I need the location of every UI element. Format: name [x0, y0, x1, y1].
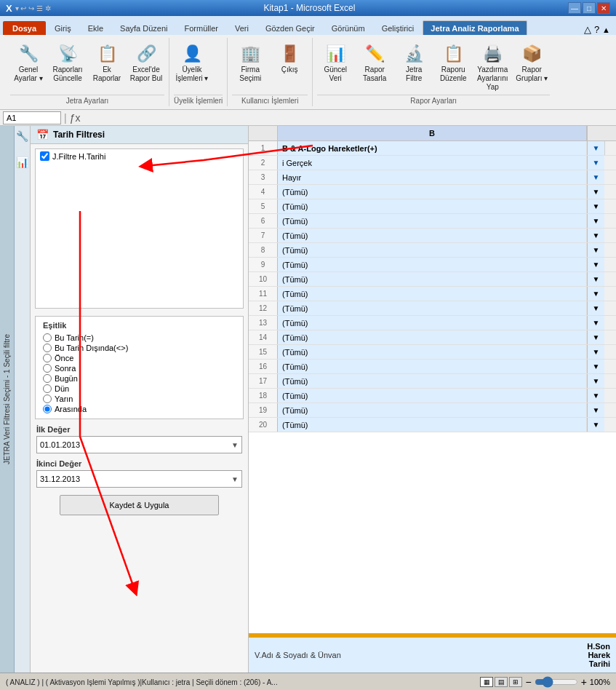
cell-b6[interactable]: (Tümü): [278, 214, 587, 228]
radio-bugun-input[interactable]: [43, 374, 52, 383]
filter-btn-3[interactable]: ▼: [587, 170, 604, 184]
cell-b5[interactable]: (Tümü): [278, 199, 587, 213]
filter-btn-8[interactable]: ▼: [587, 243, 604, 257]
uyelik-islemleri-button[interactable]: 👤 Üyelikİşlemleri ▾: [174, 41, 210, 84]
second-value-input[interactable]: 31.12.2013 ▼: [36, 470, 242, 488]
radio-yarin-input[interactable]: [43, 394, 52, 403]
cell-b11[interactable]: (Tümü): [278, 287, 587, 301]
filter-btn-9[interactable]: ▼: [587, 258, 604, 271]
radio-arasinda[interactable]: Arasında: [43, 404, 236, 414]
tab-gozden-gecir[interactable]: Gözden Geçir: [257, 21, 323, 35]
cell-b7[interactable]: (Tümü): [278, 229, 587, 242]
formula-fx-icon[interactable]: ƒx: [70, 112, 81, 124]
zoom-slider[interactable]: [535, 678, 578, 686]
cell-b10[interactable]: (Tümü): [278, 272, 587, 286]
filter-btn-5[interactable]: ▼: [587, 199, 604, 213]
filter-btn-11[interactable]: ▼: [587, 287, 604, 301]
page-break-icon[interactable]: ⊞: [509, 677, 522, 687]
tab-veri[interactable]: Veri: [227, 21, 257, 35]
close-button[interactable]: ✕: [597, 2, 610, 14]
cell-b12[interactable]: (Tümü): [278, 301, 587, 315]
radio-yarin[interactable]: Yarın: [43, 394, 236, 404]
radio-bu-tarih[interactable]: Bu Tarih(=): [43, 333, 236, 343]
cell-b17[interactable]: (Tümü): [278, 374, 587, 388]
radio-sonra[interactable]: Sonra: [43, 363, 236, 373]
first-value-dropdown-icon[interactable]: ▼: [231, 441, 239, 449]
cell-b3[interactable]: Hayır: [278, 170, 587, 184]
cell-b16[interactable]: (Tümü): [278, 360, 587, 373]
name-box[interactable]: A1: [3, 111, 61, 124]
cikis-button[interactable]: 🚪 Çıkış: [271, 41, 308, 76]
second-value-dropdown-icon[interactable]: ▼: [231, 475, 239, 483]
radio-bugun[interactable]: Bugün: [43, 373, 236, 384]
side-icon-2[interactable]: 📊: [16, 156, 28, 168]
tab-ekle[interactable]: Ekle: [80, 21, 111, 35]
normal-view-icon[interactable]: ▦: [480, 677, 493, 687]
filter-btn-17[interactable]: ▼: [587, 374, 604, 388]
tab-gelistirici[interactable]: Geliştirici: [374, 21, 423, 35]
radio-bu-tarih-disinda-input[interactable]: [43, 344, 52, 352]
cell-b1[interactable]: B & A-Logo Hareketler(+): [278, 141, 587, 155]
cell-b15[interactable]: (Tümü): [278, 345, 587, 359]
cell-b9[interactable]: (Tümü): [278, 258, 587, 271]
help-icon[interactable]: △: [584, 24, 591, 35]
save-apply-button[interactable]: Kaydet & Uygula: [60, 495, 219, 515]
minimize-button[interactable]: —: [568, 2, 581, 14]
cell-b8[interactable]: (Tümü): [278, 243, 587, 257]
radio-dun-input[interactable]: [43, 384, 52, 393]
filter-btn-10[interactable]: ▼: [587, 272, 604, 286]
raporu-duzenle-button[interactable]: 📋 RaporuDüzenle: [435, 41, 471, 84]
filter-btn-12[interactable]: ▼: [587, 301, 604, 315]
cell-b2[interactable]: i Gerçek: [278, 156, 587, 170]
filter-btn-18[interactable]: ▼: [587, 389, 604, 402]
maximize-button[interactable]: □: [583, 2, 596, 14]
rapor-tasarla-button[interactable]: ✏️ RaporTasarla: [356, 41, 393, 84]
radio-dun[interactable]: Dün: [43, 384, 236, 394]
cell-b4[interactable]: (Tümü): [278, 185, 587, 199]
filter-btn-13[interactable]: ▼: [587, 316, 604, 330]
tab-sayfa-duzeni[interactable]: Sayfa Düzeni: [112, 21, 175, 35]
tab-gorunum[interactable]: Görünüm: [324, 21, 373, 35]
minimize-ribbon-icon[interactable]: ▲: [602, 25, 610, 34]
excelde-rapor-bul-button[interactable]: 🔗 Excel'deRapor Bul: [128, 41, 164, 84]
zoom-plus-btn[interactable]: +: [581, 676, 587, 688]
filter-btn-1[interactable]: ▼: [587, 141, 604, 155]
ek-raporlar-button[interactable]: 📋 EkRaporlar: [89, 41, 125, 84]
side-icon-1[interactable]: 🔧: [16, 130, 28, 142]
tab-jetra[interactable]: Jetra Analiz Raporlama: [423, 20, 527, 35]
yazdirma-ayarlari-button[interactable]: 🖨️ YazdırmaAyarlarını Yap: [474, 41, 511, 93]
tab-dosya[interactable]: Dosya: [3, 21, 46, 35]
first-value-input[interactable]: 01.01.2013 ▼: [36, 436, 242, 453]
jetra-filtre-button[interactable]: 🔬 JetraFiltre: [396, 41, 432, 84]
raporlari-guncelle-button[interactable]: 📡 RaporlarıGüncelle: [49, 41, 86, 84]
page-layout-icon[interactable]: ▤: [495, 677, 508, 687]
tab-formuller[interactable]: Formüller: [176, 21, 225, 35]
filter-checkbox-j-filtre[interactable]: [40, 151, 49, 161]
filter-list-item[interactable]: J.Filtre H.Tarihi: [36, 149, 243, 163]
question-icon[interactable]: ?: [594, 24, 599, 35]
radio-bu-tarih-disinda[interactable]: Bu Tarih Dışında(<>): [43, 343, 236, 353]
filter-btn-4[interactable]: ▼: [587, 185, 604, 199]
cell-b13[interactable]: (Tümü): [278, 316, 587, 330]
filter-btn-7[interactable]: ▼: [587, 229, 604, 242]
filter-btn-15[interactable]: ▼: [587, 345, 604, 359]
firma-secimi-button[interactable]: 🏢 FirmaSeçimi: [232, 41, 268, 84]
cell-b19[interactable]: (Tümü): [278, 403, 587, 417]
genel-ayarlar-button[interactable]: 🔧 GenelAyarlar ▾: [10, 41, 47, 84]
filter-btn-14[interactable]: ▼: [587, 330, 604, 344]
cell-b14[interactable]: (Tümü): [278, 330, 587, 344]
tab-giris[interactable]: Giriş: [47, 21, 79, 35]
radio-sonra-input[interactable]: [43, 364, 52, 373]
radio-bu-tarih-input[interactable]: [43, 333, 52, 342]
filter-btn-2[interactable]: ▼: [587, 156, 604, 170]
formula-input[interactable]: [83, 111, 613, 124]
filter-btn-19[interactable]: ▼: [587, 403, 604, 417]
filter-btn-20[interactable]: ▼: [587, 418, 604, 432]
zoom-minus-btn[interactable]: −: [525, 676, 531, 688]
radio-once[interactable]: Önce: [43, 353, 236, 363]
cell-b20[interactable]: (Tümü): [278, 418, 587, 432]
radio-arasinda-input[interactable]: [43, 405, 52, 413]
filter-btn-6[interactable]: ▼: [587, 214, 604, 228]
guncel-veri-button[interactable]: 📊 GüncelVeri: [317, 41, 353, 84]
cell-b18[interactable]: (Tümü): [278, 389, 587, 402]
